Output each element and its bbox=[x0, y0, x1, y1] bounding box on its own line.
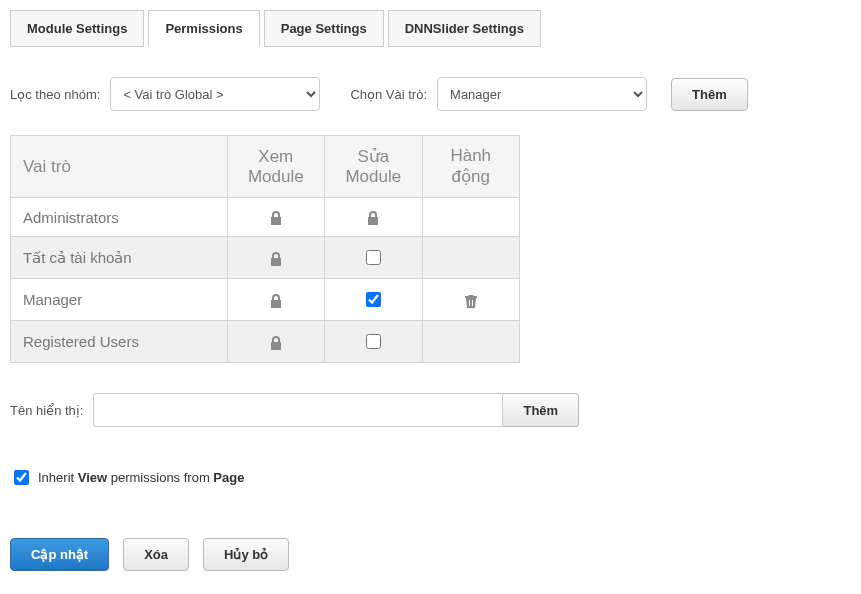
lock-icon bbox=[366, 210, 380, 226]
cancel-button[interactable]: Hủy bỏ bbox=[203, 538, 289, 571]
cell-view bbox=[227, 237, 324, 279]
inherit-checkbox[interactable] bbox=[14, 470, 29, 485]
cell-view bbox=[227, 279, 324, 321]
cell-action bbox=[422, 321, 520, 363]
displayname-label: Tên hiển thị: bbox=[10, 403, 83, 418]
filter-role-label: Chọn Vài trò: bbox=[350, 87, 427, 102]
cell-view bbox=[227, 321, 324, 363]
delete-button[interactable]: Xóa bbox=[123, 538, 189, 571]
edit-permission-checkbox[interactable] bbox=[366, 250, 381, 265]
displayname-row: Tên hiển thị: Thêm bbox=[10, 393, 851, 427]
cell-view bbox=[227, 198, 324, 237]
cell-edit bbox=[325, 279, 422, 321]
lock-icon bbox=[269, 293, 283, 309]
cell-role: Tất cả tài khoản bbox=[11, 237, 228, 279]
cell-action bbox=[422, 198, 520, 237]
tab-page-settings[interactable]: Page Settings bbox=[264, 10, 384, 47]
filter-role-select[interactable]: Manager bbox=[437, 77, 647, 111]
cell-role: Registered Users bbox=[11, 321, 228, 363]
th-edit: Sửa Module bbox=[325, 136, 422, 198]
table-row: Registered Users bbox=[11, 321, 520, 363]
add-user-button[interactable]: Thêm bbox=[503, 393, 579, 427]
th-action: Hành động bbox=[422, 136, 520, 198]
add-role-button[interactable]: Thêm bbox=[671, 78, 748, 111]
filter-row: Lọc theo nhóm: < Vai trò Global > Chọn V… bbox=[10, 77, 851, 111]
cell-role: Administrators bbox=[11, 198, 228, 237]
trash-icon[interactable] bbox=[464, 293, 478, 309]
tab-permissions[interactable]: Permissions bbox=[148, 10, 259, 47]
edit-permission-checkbox[interactable] bbox=[366, 292, 381, 307]
permissions-table: Vai trò Xem Module Sửa Module Hành động … bbox=[10, 135, 520, 363]
filter-group-label: Lọc theo nhóm: bbox=[10, 87, 100, 102]
lock-icon bbox=[269, 210, 283, 226]
update-button[interactable]: Cập nhật bbox=[10, 538, 109, 571]
table-row: Administrators bbox=[11, 198, 520, 237]
table-row: Manager bbox=[11, 279, 520, 321]
inherit-row: Inherit View permissions from Page bbox=[10, 467, 851, 488]
filter-group-select[interactable]: < Vai trò Global > bbox=[110, 77, 320, 111]
cell-action bbox=[422, 279, 520, 321]
cell-role: Manager bbox=[11, 279, 228, 321]
cell-edit bbox=[325, 237, 422, 279]
tab-dnnslider-settings[interactable]: DNNSlider Settings bbox=[388, 10, 541, 47]
displayname-input[interactable] bbox=[93, 393, 503, 427]
tabs-bar: Module Settings Permissions Page Setting… bbox=[10, 10, 851, 47]
tab-module-settings[interactable]: Module Settings bbox=[10, 10, 144, 47]
cell-action bbox=[422, 237, 520, 279]
edit-permission-checkbox[interactable] bbox=[366, 334, 381, 349]
inherit-label[interactable]: Inherit View permissions from Page bbox=[38, 470, 244, 485]
cell-edit bbox=[325, 198, 422, 237]
th-role: Vai trò bbox=[11, 136, 228, 198]
lock-icon bbox=[269, 251, 283, 267]
cell-edit bbox=[325, 321, 422, 363]
table-row: Tất cả tài khoản bbox=[11, 237, 520, 279]
lock-icon bbox=[269, 335, 283, 351]
action-row: Cập nhật Xóa Hủy bỏ bbox=[10, 538, 851, 571]
th-view: Xem Module bbox=[227, 136, 324, 198]
